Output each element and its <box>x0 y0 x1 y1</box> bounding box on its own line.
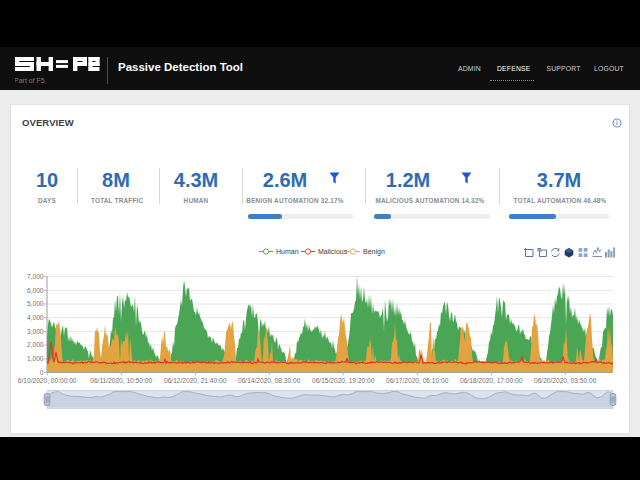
svg-text:06/11/2020, 10:50:00: 06/11/2020, 10:50:00 <box>90 377 152 384</box>
svg-text:7,000: 7,000 <box>27 273 44 280</box>
svg-text:5,000: 5,000 <box>27 300 44 307</box>
svg-text:06/18/2020, 17:00:00: 06/18/2020, 17:00:00 <box>460 377 523 384</box>
svg-text:1,000: 1,000 <box>27 355 44 362</box>
svg-text:0: 0 <box>40 369 44 376</box>
svg-text:4,000: 4,000 <box>27 314 44 321</box>
svg-text:Human: Human <box>276 248 299 255</box>
svg-text:6,000: 6,000 <box>27 287 44 294</box>
svg-text:Part of F5: Part of F5 <box>15 77 45 84</box>
svg-text:06/14/2020, 08:30:00: 06/14/2020, 08:30:00 <box>238 377 301 384</box>
svg-text:06/20/2020, 03:50:00: 06/20/2020, 03:50:00 <box>534 377 597 384</box>
svg-text:Benign: Benign <box>363 248 385 256</box>
svg-text:06/15/2020, 19:20:00: 06/15/2020, 19:20:00 <box>312 377 375 384</box>
svg-text:6/10/2020, 00:00:00: 6/10/2020, 00:00:00 <box>18 377 77 384</box>
svg-text:3,000: 3,000 <box>27 328 44 335</box>
svg-text:Malicious: Malicious <box>318 248 348 255</box>
svg-text:06/17/2020, 06:10:00: 06/17/2020, 06:10:00 <box>386 377 449 384</box>
svg-text:06/12/2020, 21:40:00: 06/12/2020, 21:40:00 <box>164 377 227 384</box>
svg-text:2,000: 2,000 <box>27 341 44 348</box>
